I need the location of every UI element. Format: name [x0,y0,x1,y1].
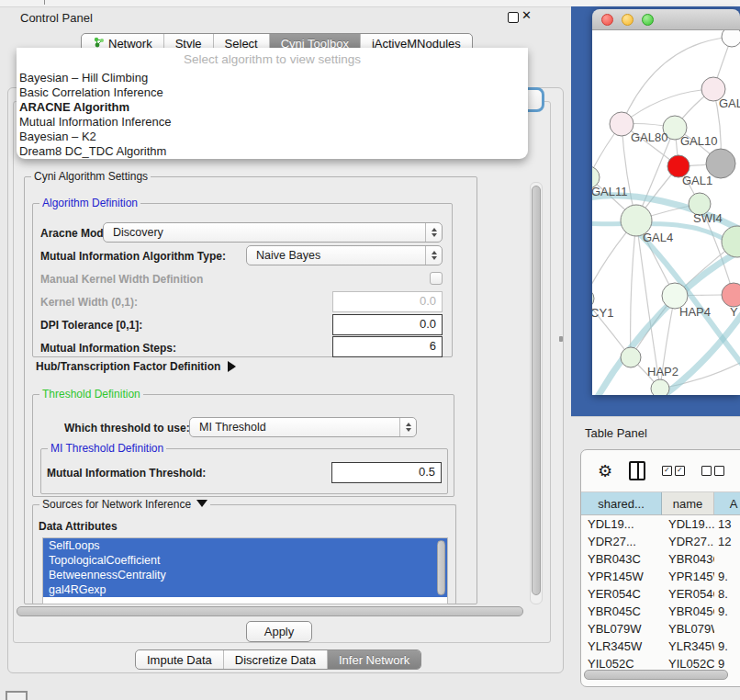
mi-threshold-legend: MI Threshold Definition [48,442,166,455]
table-row[interactable]: YDR27...YDR27...12 [581,533,740,550]
table-cell: 8. [714,585,740,603]
algorithm-option[interactable]: Bayesian – K2 [17,130,528,144]
collapse-down-icon [196,500,207,507]
select-all-icon[interactable]: ✓✓ [662,466,685,476]
kernel-width-field[interactable]: 0.0 [332,291,443,312]
data-attributes-list: SelfLoopsTopologicalCoefficientBetweenne… [42,537,448,604]
data-attribute-item[interactable]: gal4RGexp [43,582,447,597]
deselect-all-icon[interactable] [701,466,724,476]
table-cell: 9 [714,655,740,668]
which-threshold-label: Which threshold to use: [64,422,190,435]
table-cell: YDL19... [662,515,714,533]
network-node-label: GAL11 [592,185,628,198]
settings-hscroll-thumb[interactable] [17,606,523,616]
table-cell: 9. [714,638,740,655]
gear-icon[interactable]: ⚙ [598,463,612,480]
table-row[interactable]: YLR345WYLR345W9. [581,638,740,655]
settings-vscroll-thumb[interactable] [532,186,541,595]
data-attribute-item[interactable]: SelfLoops [43,538,447,553]
tab-infer-network[interactable]: Infer Network [327,650,420,669]
table-cell: YPR145W [581,568,662,585]
apply-button[interactable]: Apply [246,621,312,642]
table-cell: YER054C [662,585,714,603]
stepper-icon [425,246,442,265]
table-cell: 9. [714,568,740,585]
table-row[interactable]: YIL052CYIL052C9 [581,655,740,668]
table-cell: YBR045C [662,603,714,620]
network-node[interactable] [722,30,740,47]
table-horizontal-scrollbar[interactable] [583,669,740,680]
table-cell: 12 [714,533,740,550]
sources-group: Sources for Network Inference Data Attri… [32,504,456,604]
table-cell [714,620,740,638]
panel-divider-handle[interactable] [559,336,563,342]
algorithm-popup-prompt: Select algorithm to view settings [17,48,528,71]
table-hscroll-thumb[interactable] [584,670,728,680]
network-window-titlebar [592,9,740,30]
column-header[interactable]: A [714,492,740,515]
table-cell: YBL079W [581,620,662,638]
network-node-label: GAL1 [682,174,712,187]
hub-definition-toggle[interactable]: Hub/Transcription Factor Definition [36,360,236,373]
network-node[interactable] [722,226,740,257]
table-row[interactable]: YBR045CYBR045C9. [581,603,740,620]
table-row[interactable]: YBL079WYBL079W [581,620,740,638]
network-view[interactable]: GALGAL80GAL10GAL1GAL11GAL4SWI4GCY1HAP4YH… [592,30,740,395]
window-zoom-icon[interactable] [642,14,654,26]
window-close-icon[interactable] [601,14,613,26]
mi-threshold-field[interactable]: 0.5 [331,462,442,483]
table-header: shared...nameA [581,492,740,515]
top-strip-tick [44,0,45,5]
mi-algorithm-type-label: Mutual Information Algorithm Type: [40,250,226,263]
table-row[interactable]: YDL19...YDL19...13 [581,515,740,533]
tab-impute-data[interactable]: Impute Data [136,650,223,669]
mi-steps-field[interactable]: 6 [332,336,443,357]
table-cell: YBR045C [581,603,662,620]
which-threshold-select[interactable]: MI Threshold [189,417,417,437]
control-panel-title: Control Panel [20,11,93,25]
network-node-label: GAL4 [643,231,673,244]
network-node-label: HAP4 [679,305,711,319]
split-table-icon[interactable] [629,461,645,480]
algorithm-option[interactable]: Basic Correlation Inference [17,85,528,100]
manual-kernel-width-checkbox[interactable] [430,272,443,285]
data-attribute-item[interactable]: BetweennessCentrality [43,568,447,582]
close-panel-icon[interactable]: ✕ [521,8,532,22]
algorithm-option[interactable]: ARACNE Algorithm [17,100,528,115]
aracne-mode-select[interactable]: Discovery [103,222,443,243]
table-row[interactable]: YPR145WYPR145W9. [581,568,740,585]
table-cell: YER054C [581,585,662,603]
table-cell: YBL079W [662,620,714,638]
mi-algorithm-type-select[interactable]: Naive Bayes [246,245,443,265]
mi-threshold-group: MI Threshold Definition Mutual Informati… [40,448,448,494]
dock-panel-icon[interactable] [6,691,28,700]
network-node-label: GCY1 [592,306,613,320]
algorithm-option[interactable]: Bayesian – Hill Climbing [17,71,528,85]
network-node[interactable] [651,379,669,395]
cyni-settings-legend: Cyni Algorithm Settings [31,170,151,183]
network-node[interactable] [722,283,740,307]
network-node-label: GAL10 [680,134,717,148]
algorithm-definition-group: Algorithm Definition Aracne Mode: Discov… [32,203,453,357]
column-header[interactable]: shared... [581,492,662,515]
algorithm-option[interactable]: Mutual Information Inference [17,115,528,130]
data-attributes-label: Data Attributes [39,520,118,533]
table-row[interactable]: YER054CYER054C8. [581,585,740,603]
table-panel-body: ⚙ ✓✓ shared...nameA YDL19...YDL19...13YD… [580,449,740,687]
table-panel-titlebar: Table Panel [571,416,740,449]
sources-legend: Sources for Network Inference [39,498,210,511]
table-row[interactable]: YBR043CYBR043C [581,550,740,568]
tab-discretize-data[interactable]: Discretize Data [223,650,327,669]
column-header[interactable]: name [662,492,714,515]
attributes-scrollbar-thumb[interactable] [437,540,445,595]
algorithm-option[interactable]: Dream8 DC_TDC Algorithm [17,144,528,159]
window-minimize-icon[interactable] [622,14,633,26]
settings-vertical-scrollbar[interactable] [530,182,543,604]
dpi-tolerance-field[interactable]: 0.0 [332,314,443,335]
kernel-width-label: Kernel Width (0,1): [40,296,138,309]
float-panel-icon[interactable] [508,12,519,23]
data-attribute-item[interactable]: TopologicalCoefficient [43,553,447,568]
settings-horizontal-scrollbar[interactable] [15,605,545,616]
network-node-label: GAL [719,96,740,110]
network-node[interactable] [621,347,641,367]
